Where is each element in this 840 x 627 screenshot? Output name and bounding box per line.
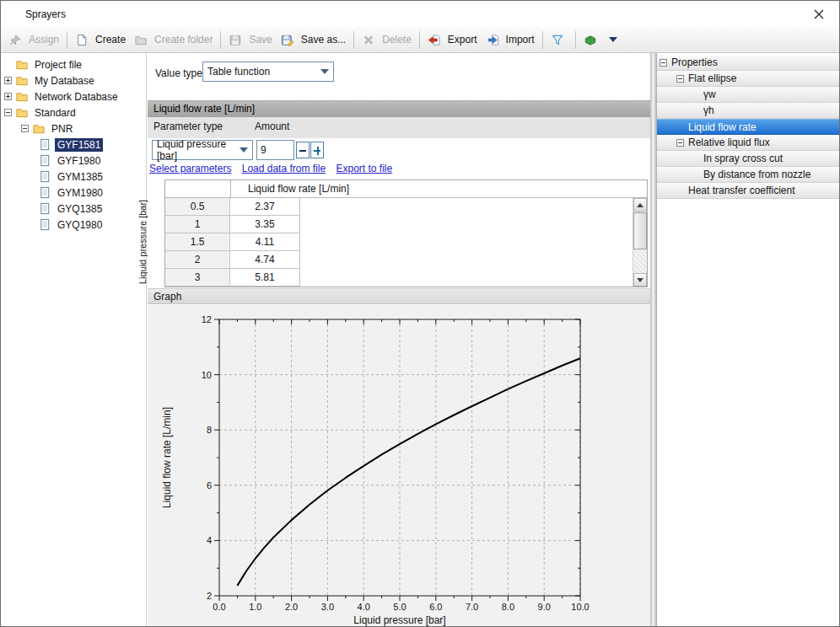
toolbar-separator	[542, 31, 543, 49]
value-cell[interactable]: 4.11	[230, 233, 300, 251]
property-item-heat-transfer-coefficient[interactable]: Heat transfer coefficient	[657, 183, 839, 199]
tree-item-standard[interactable]: Standard	[1, 104, 146, 121]
svg-text:4.0: 4.0	[358, 602, 370, 612]
app-window: Sprayers Assign Create Create folder Sav…	[0, 0, 840, 627]
row-header-cell[interactable]: 2	[165, 251, 230, 269]
row-header-cell[interactable]: 3	[165, 269, 230, 287]
collapse-minus-icon[interactable]	[676, 75, 684, 83]
export-button[interactable]: Export	[423, 31, 482, 49]
document-icon	[38, 186, 51, 199]
folder-icon	[15, 74, 29, 87]
row-header-cell[interactable]: 0.5	[165, 198, 230, 216]
editor-panel: Value type Table function Liquid flow ra…	[148, 53, 650, 626]
toolbar-separator	[220, 31, 221, 49]
tree-item-gym1980[interactable]: GYM1980	[1, 185, 146, 201]
filter-button[interactable]	[547, 31, 572, 49]
document-icon	[38, 218, 51, 231]
import-button[interactable]: Import	[482, 31, 539, 49]
value-cell[interactable]: 5.81	[230, 269, 300, 287]
scrollbar-down-button[interactable]	[633, 273, 647, 287]
parameter-type-select[interactable]: Liquid pressure [bar]	[152, 140, 253, 160]
svg-text:9.0: 9.0	[538, 602, 551, 612]
property-item-yh[interactable]: γh	[657, 103, 839, 119]
import-arrow-icon	[486, 34, 499, 46]
table-row: 0.5 2.37	[165, 198, 647, 216]
document-icon	[38, 170, 51, 183]
tree-item-network-database[interactable]: Network Database	[1, 88, 146, 104]
property-item-flat-ellipse[interactable]: Flat ellipse	[657, 71, 839, 87]
expand-plus-icon[interactable]	[4, 77, 12, 84]
panel-splitter[interactable]	[650, 53, 657, 626]
decrement-button[interactable]	[296, 142, 310, 158]
svg-text:5.0: 5.0	[393, 602, 406, 612]
folder-icon	[32, 122, 46, 135]
filter-icon	[551, 34, 564, 46]
row-header-cell[interactable]: 1.5	[165, 233, 230, 251]
column-header: Liquid flow rate [L/min]	[248, 183, 349, 195]
table-scrollbar[interactable]	[633, 198, 647, 287]
value-type-select[interactable]: Table function	[202, 62, 334, 82]
svg-text:1.0: 1.0	[249, 602, 261, 612]
scrollbar-up-button[interactable]	[633, 198, 647, 212]
row-header-cell[interactable]: 1	[165, 216, 230, 233]
tree-item-gyf1980[interactable]: GYF1980	[1, 153, 146, 169]
property-item-by-distance-from-nozzle[interactable]: By distance from nozzle	[657, 167, 839, 183]
chevron-down-icon	[240, 147, 248, 153]
tree-item-project-file[interactable]: Project file	[1, 56, 146, 72]
folder-icon	[134, 34, 148, 46]
save-button[interactable]: Save	[224, 31, 276, 49]
toolbar: Assign Create Create folder Save Save as…	[1, 27, 839, 53]
property-item-relative-liquid-flux[interactable]: Relative liquid flux	[657, 135, 839, 151]
chevron-down-icon	[320, 69, 329, 74]
tree-item-gyf1581[interactable]: GYF1581	[1, 137, 146, 153]
property-item-liquid-flow-rate[interactable]: Liquid flow rate	[657, 119, 839, 135]
table-row: 2 4.74	[165, 251, 647, 269]
value-cell[interactable]: 3.35	[230, 216, 300, 233]
create-folder-button[interactable]: Create folder	[130, 31, 217, 49]
toolbar-separator	[575, 31, 576, 49]
collapse-minus-icon[interactable]	[4, 109, 12, 116]
property-item-properties[interactable]: Properties	[657, 55, 839, 71]
increment-button[interactable]	[310, 142, 324, 158]
collapse-minus-icon[interactable]	[21, 125, 29, 132]
close-button[interactable]	[805, 3, 832, 24]
table-row: 1 3.35	[165, 216, 647, 233]
create-button[interactable]: Create	[71, 31, 130, 49]
tree-item-gyq1385[interactable]: GYQ1385	[1, 201, 146, 217]
tree-item-pnr[interactable]: PNR	[1, 121, 146, 137]
chevron-down-icon	[609, 37, 617, 42]
value-cell[interactable]: 2.37	[230, 198, 300, 216]
load-data-link[interactable]: Load data from file	[242, 163, 326, 174]
folder-icon	[15, 90, 29, 103]
svg-text:2.0: 2.0	[285, 602, 298, 612]
window-title: Sprayers	[25, 8, 66, 20]
package-menu-button[interactable]	[579, 31, 622, 49]
tree-item-gym1385[interactable]: GYM1385	[1, 169, 146, 185]
collapse-minus-icon[interactable]	[676, 139, 684, 147]
amount-input[interactable]	[256, 140, 294, 160]
graph-plot-svg: 0.01.02.03.04.05.06.07.08.09.010.0246810…	[148, 305, 650, 627]
save-as-button[interactable]: Save as...	[277, 31, 350, 49]
toolbar-separator	[67, 31, 67, 49]
arrow-up-icon	[637, 203, 643, 207]
svg-text:0.0: 0.0	[213, 602, 225, 612]
tree-item-my-database[interactable]: My Database	[1, 72, 146, 88]
scrollbar-thumb[interactable]	[633, 212, 647, 249]
value-cell[interactable]: 4.74	[230, 251, 300, 269]
delete-button[interactable]: Delete	[358, 31, 416, 49]
export-to-file-link[interactable]: Export to file	[336, 163, 392, 174]
document-icon	[38, 138, 51, 151]
table-row: 1.5 4.11	[165, 233, 647, 251]
svg-text:8.0: 8.0	[502, 602, 514, 612]
property-item-in-spray-cross-cut[interactable]: In spray cross cut	[657, 151, 839, 167]
tree-item-gyq1980[interactable]: GYQ1980	[1, 217, 146, 233]
close-icon	[813, 8, 825, 20]
assign-button[interactable]: Assign	[4, 31, 63, 49]
select-parameters-link[interactable]: Select parameters	[149, 163, 231, 174]
property-item-yw[interactable]: γw	[657, 87, 839, 103]
svg-text:8: 8	[207, 425, 212, 435]
svg-text:6.0: 6.0	[429, 602, 442, 612]
collapse-minus-icon[interactable]	[660, 59, 667, 67]
floppy-pencil-icon	[281, 34, 294, 46]
expand-plus-icon[interactable]	[4, 93, 12, 100]
